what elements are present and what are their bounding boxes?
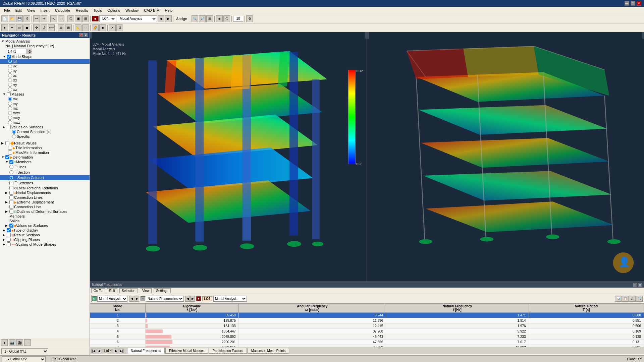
new-icon[interactable]: 📄: [1, 15, 8, 22]
page-last[interactable]: ▶|: [119, 349, 124, 353]
table-row[interactable]: 2 129.875 11.396 1.814 0.551: [90, 318, 644, 323]
title-info-checkbox[interactable]: [8, 146, 12, 150]
print-icon[interactable]: 🖨: [23, 15, 30, 22]
lc-analysis-dropdown[interactable]: Modal Analysis: [213, 296, 247, 302]
scale-icon[interactable]: ⟺: [48, 24, 55, 31]
menu-tools[interactable]: Tools: [91, 8, 105, 13]
node-icon[interactable]: ●: [1, 24, 8, 31]
nav-masses[interactable]: ▼ Masses: [0, 92, 90, 97]
view3d-icon[interactable]: ⬡: [67, 15, 74, 22]
undo-icon[interactable]: ↩: [33, 15, 40, 22]
nav-scaling[interactable]: ▶ ⟺ Scaling of Mode Shapes: [0, 242, 90, 247]
phiy-radio[interactable]: [8, 83, 12, 87]
next-mode-icon[interactable]: ▶: [165, 15, 172, 22]
line-icon[interactable]: ━: [9, 24, 15, 31]
nav-extreme-displacement[interactable]: ▶ ▶ Extreme Displacement: [0, 200, 90, 204]
print-result-icon[interactable]: 🖨: [629, 296, 636, 302]
nav-solids[interactable]: Solids: [0, 219, 90, 223]
menu-calculate[interactable]: Calculate: [52, 8, 73, 13]
prev-mode-icon[interactable]: ◀: [158, 15, 164, 22]
close-button[interactable]: ✕: [637, 1, 641, 6]
nav-phix[interactable]: φx: [0, 78, 90, 82]
maxmin-checkbox[interactable]: [8, 150, 12, 155]
outlines-checkbox[interactable]: [9, 209, 13, 214]
viewport-left[interactable]: NBC_2020_RSA.rf6* ─ □ ✕ LC4 - Modal Anal…: [90, 32, 367, 282]
table-row[interactable]: 5 2065.092 45.443 7.233 0.138: [90, 334, 644, 340]
nav-bot-camera-icon[interactable]: 📷: [9, 339, 15, 346]
nav-mphiz[interactable]: mφz: [0, 120, 90, 125]
menu-results[interactable]: Results: [73, 8, 91, 13]
nav-uy[interactable]: uy: [0, 68, 90, 73]
nav-type-display[interactable]: ▶ ■ Type of display: [0, 228, 90, 233]
nav-current-selection[interactable]: Current Selection: |u|: [0, 129, 90, 134]
menu-edit[interactable]: Edit: [13, 8, 24, 13]
phiz-radio[interactable]: [8, 87, 12, 92]
menu-insert[interactable]: Insert: [38, 8, 52, 13]
nav-mx[interactable]: mx: [0, 97, 90, 101]
nav-outlines-deformed[interactable]: ▶ ⊡ Outlines of Deformed Surfaces: [0, 209, 90, 214]
nav-specific[interactable]: Specific: [0, 134, 90, 139]
nav-values-surfaces[interactable]: ▶ Values on Surfaces: [0, 125, 90, 129]
move-icon[interactable]: ✥: [33, 24, 40, 31]
copy-icon[interactable]: 📋: [622, 296, 629, 302]
menu-help[interactable]: Help: [162, 8, 175, 13]
extreme-disp-checkbox[interactable]: [9, 200, 13, 204]
nav-section-colored[interactable]: ⌒ Section Colored: [0, 175, 90, 180]
nav-deformation[interactable]: ▼ ▶ Deformation: [0, 155, 90, 160]
freq-nav-prev[interactable]: ◀: [185, 296, 190, 302]
nav-clipping-planes[interactable]: ▶ ⊡ Clipping Planes: [0, 237, 90, 242]
goto-button[interactable]: Go To: [91, 288, 105, 293]
view-side-icon[interactable]: ▤: [82, 15, 89, 22]
nav-result-sections[interactable]: ▶ ⊟ Result Sections: [0, 233, 90, 237]
nav-prev-button[interactable]: ◀: [129, 296, 134, 302]
freq-nav-next[interactable]: ▶: [190, 296, 195, 302]
my-radio[interactable]: [8, 102, 12, 106]
nav-local-torsional[interactable]: ↺ Local Torsional Rotations: [0, 186, 90, 190]
menu-view[interactable]: View: [24, 8, 38, 13]
result-sections-checkbox[interactable]: [7, 233, 11, 237]
nav-uz[interactable]: uz: [0, 73, 90, 78]
values-surfaces2-checkbox[interactable]: [9, 224, 13, 228]
nav-lines[interactable]: ⌒ Lines: [0, 164, 90, 170]
conn-line-checkbox[interactable]: [9, 205, 13, 209]
page-next[interactable]: ▶: [114, 349, 118, 353]
table-row[interactable]: 1 85.458 9.244 1.471 0.680: [90, 313, 644, 318]
nav-close-button[interactable]: ✕: [84, 33, 88, 37]
freq-type-dropdown[interactable]: Natural Frequencies: [146, 296, 184, 302]
freq-value-input[interactable]: [7, 49, 27, 54]
type-display-checkbox[interactable]: [7, 228, 11, 232]
analysis-selector[interactable]: Modal Analysis: [117, 15, 157, 22]
color-scale-icon[interactable]: 🌈: [92, 24, 99, 31]
legend-icon[interactable]: ■: [99, 24, 106, 31]
freq-nav-arrows[interactable]: ◀ ▶: [185, 296, 195, 302]
results-table-scroll[interactable]: ModeNo. Eigenvalueλ [1/s²] Angular Frequ…: [90, 303, 644, 347]
dimension-icon[interactable]: ↔: [82, 24, 89, 31]
nav-bot-arrow-icon[interactable]: →: [24, 339, 31, 346]
cursor-icon[interactable]: ↖: [50, 15, 57, 22]
settings-icon[interactable]: ⚙: [246, 15, 253, 22]
nav-values-surfaces2[interactable]: ▶ ■ Values on Surfaces: [0, 223, 90, 228]
nav-modal-analysis[interactable]: ▼ Modal Analysis: [0, 39, 90, 44]
export-icon[interactable]: 📊: [615, 296, 622, 302]
surface-icon[interactable]: ▭: [16, 24, 23, 31]
table-row[interactable]: 4 1384.447 37.208 5.922 0.169: [90, 329, 644, 334]
results-close-button[interactable]: ✕: [638, 283, 642, 287]
results-analysis-dropdown[interactable]: Modal Analysis: [97, 296, 127, 302]
freq-up-arrow[interactable]: ▲: [28, 49, 32, 51]
nav-phiz[interactable]: φz: [0, 87, 90, 92]
nav-mode-shape[interactable]: ▼ Mode Shape: [0, 54, 90, 59]
values-surfaces-checkbox[interactable]: [7, 125, 11, 129]
nav-title-info[interactable]: ▶ Title Information: [0, 145, 90, 150]
results-header-controls[interactable]: □ ✕: [633, 283, 642, 287]
nav-arrows[interactable]: ◀ ▶: [129, 296, 139, 302]
mx-radio[interactable]: [8, 97, 12, 101]
grid-icon[interactable]: ⊞: [65, 24, 72, 31]
menu-file[interactable]: File: [1, 8, 13, 13]
mphiy-radio[interactable]: [8, 116, 12, 120]
window-controls[interactable]: — □ ✕: [625, 1, 641, 6]
ux-radio[interactable]: [8, 64, 12, 68]
maximize-button[interactable]: □: [631, 1, 635, 6]
nav-bot-node-icon[interactable]: ●: [1, 339, 8, 346]
minimize-button[interactable]: —: [625, 1, 629, 6]
nav-mphiy[interactable]: mφy: [0, 115, 90, 120]
